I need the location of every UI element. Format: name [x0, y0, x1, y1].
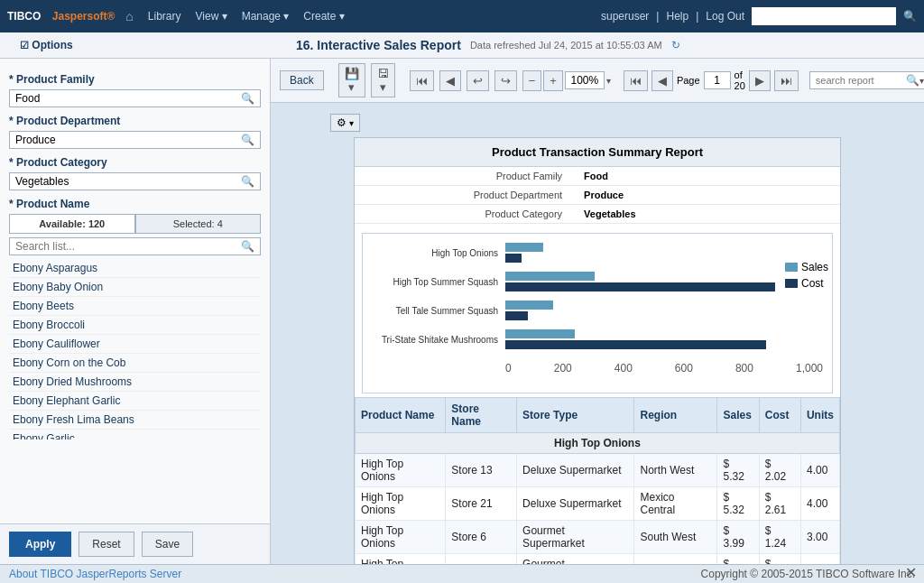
username: superuser [601, 10, 649, 23]
global-search-input[interactable] [752, 7, 896, 25]
table-row: High Top Onions Store 13 Deluxe Supermar… [356, 454, 840, 487]
selected-tab[interactable]: Selected: 4 [135, 214, 262, 234]
table-group-row: High Top Onions [356, 433, 840, 454]
product-family-field[interactable]: 🔍 [9, 89, 261, 107]
chart-container: High Top Onions High Top Summer Squash [355, 224, 840, 397]
cell-cost: $ 2.61 [759, 487, 800, 521]
report-search-icon[interactable]: 🔍 [906, 74, 919, 87]
page-next-button[interactable]: ▶ [749, 70, 771, 91]
back-button[interactable]: Back [280, 70, 324, 90]
meta-label-dept: Product Department [355, 186, 573, 205]
zoom-in-button[interactable]: + [543, 70, 563, 91]
chart-label-3: Tell Tale Summer Squash [372, 306, 498, 316]
zoom-out-button[interactable]: − [522, 70, 542, 91]
product-department-input[interactable] [15, 134, 241, 146]
page-last-button[interactable]: ⏭ [774, 70, 799, 91]
close-icon[interactable]: ✕ [905, 564, 917, 581]
page-input[interactable] [704, 71, 731, 89]
list-item[interactable]: Ebony Asparagus [9, 259, 261, 278]
product-department-search-icon[interactable]: 🔍 [241, 134, 254, 146]
x-label-0: 0 [505, 362, 512, 375]
cell-product: High Top Onions [356, 487, 446, 521]
save-button[interactable]: Save [142, 532, 193, 557]
cell-store-name: Store 13 [446, 454, 517, 487]
meta-row: Product Family Food [355, 167, 840, 186]
right-panel: Back 💾▾ 🖫▾ ⏮ ◀ ↩ ↪ − + ▾ ⏮ ◀ Page [271, 59, 924, 564]
help-link[interactable]: Help [666, 10, 688, 23]
product-department-label: * Product Department [9, 115, 261, 127]
bar-sales-1 [505, 243, 543, 252]
product-category-field[interactable]: 🔍 [9, 172, 261, 190]
jasper-text: Jaspersoft® [52, 10, 116, 23]
table-header-row: Product Name Store Name Store Type Regio… [356, 398, 840, 433]
global-search-icon[interactable]: 🔍 [903, 10, 917, 23]
chart-bars-3 [505, 301, 823, 320]
nav-first-button[interactable]: ⏮ [410, 70, 434, 91]
product-department-field[interactable]: 🔍 [9, 131, 261, 149]
list-item[interactable]: Ebony Fresh Lima Beans [9, 411, 261, 430]
product-category-search-icon[interactable]: 🔍 [241, 175, 254, 188]
list-item[interactable]: Ebony Elephant Garlic [9, 392, 261, 411]
cell-sales: $ 5.32 [717, 487, 759, 521]
product-family-input[interactable] [15, 92, 241, 105]
left-panel: * Product Family 🔍 * Product Department … [0, 59, 271, 564]
product-category-input[interactable] [15, 175, 241, 188]
status-left[interactable]: About TIBCO JasperReports Server [9, 568, 181, 580]
product-name-label: * Product Name [9, 198, 261, 210]
status-right: Copyright © 2005-2015 TIBCO Software Inc… [701, 568, 915, 580]
list-search-icon[interactable]: 🔍 [241, 240, 254, 253]
logout-link[interactable]: Log Out [706, 10, 744, 23]
zoom-dropdown-icon[interactable]: ▾ [606, 76, 611, 86]
x-label-600: 600 [675, 362, 693, 375]
nav-create[interactable]: Create ▾ [300, 8, 347, 24]
data-table: Product Name Store Name Store Type Regio… [355, 397, 840, 564]
options-check-icon: ☑ [20, 40, 29, 51]
report-search-input[interactable] [816, 75, 906, 86]
list-item[interactable]: Ebony Baby Onion [9, 278, 261, 297]
legend-cost-box [785, 279, 798, 288]
nav-view[interactable]: View ▾ [192, 8, 231, 24]
page-group: ⏮ ◀ Page of 20 ▶ ⏭ [624, 69, 799, 91]
chart-bars-4 [505, 329, 823, 349]
zoom-input[interactable] [565, 71, 605, 89]
export-icon-button[interactable]: 🖫▾ [371, 63, 395, 97]
list-item[interactable]: Ebony Cauliflower [9, 335, 261, 354]
nav-manage[interactable]: Manage ▾ [238, 8, 293, 24]
reset-button[interactable]: Reset [79, 532, 134, 557]
undo-button[interactable]: ↩ [467, 70, 489, 91]
top-navigation: TIBCO Jaspersoft® ⌂ Library View ▾ Manag… [0, 0, 924, 32]
refresh-icon[interactable]: ↻ [671, 39, 680, 51]
apply-button[interactable]: Apply [9, 532, 71, 557]
page-first-button[interactable]: ⏮ [624, 70, 648, 91]
status-bar: About TIBCO JasperReports Server Copyrig… [0, 564, 924, 583]
nav-library[interactable]: Library [144, 8, 185, 24]
list-search-input[interactable] [15, 240, 241, 253]
report-search-dropdown[interactable]: ▾ [919, 76, 924, 86]
x-label-200: 200 [554, 362, 572, 375]
group-label: High Top Onions [356, 433, 840, 454]
report-search-field[interactable]: 🔍 ▾ [809, 71, 924, 89]
tibco-text: TIBCO [7, 10, 41, 23]
home-icon[interactable]: ⌂ [125, 9, 133, 23]
nav-prev-button[interactable]: ◀ [439, 70, 461, 91]
list-item[interactable]: Ebony Broccoli [9, 316, 261, 335]
legend-cost-label: Cost [801, 277, 824, 290]
list-item[interactable]: Ebony Garlic [9, 430, 261, 440]
list-item[interactable]: Ebony Dried Mushrooms [9, 373, 261, 392]
list-item[interactable]: Ebony Beets [9, 297, 261, 316]
page-prev-button[interactable]: ◀ [651, 70, 673, 91]
cell-store-type: Deluxe Supermarket [517, 454, 634, 487]
save-icon-button[interactable]: 💾▾ [338, 63, 365, 97]
cell-units: 2.00 [800, 554, 839, 565]
col-header-store-name: Store Name [446, 398, 517, 433]
product-family-search-icon[interactable]: 🔍 [241, 92, 254, 105]
gear-button[interactable]: ⚙ ▾ [330, 114, 360, 132]
col-header-cost: Cost [759, 398, 800, 433]
available-tab[interactable]: Available: 120 [9, 214, 135, 234]
x-label-800: 800 [735, 362, 753, 375]
meta-value-dept: Produce [573, 186, 840, 205]
list-search-field[interactable]: 🔍 [9, 237, 261, 255]
redo-button[interactable]: ↪ [494, 70, 517, 91]
cell-sales: $ 5.32 [717, 454, 759, 487]
list-item[interactable]: Ebony Corn on the Cob [9, 354, 261, 373]
